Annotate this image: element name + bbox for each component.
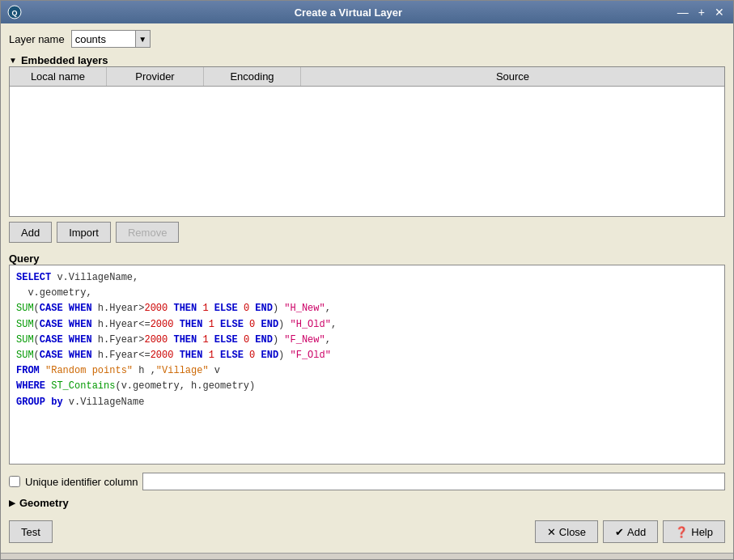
unique-id-checkbox[interactable] xyxy=(9,476,20,487)
checkmark-icon: ✔ xyxy=(615,526,624,538)
footer-right: ✕ Close ✔ Add ❓ Help xyxy=(535,520,725,543)
minimize-button[interactable]: — xyxy=(675,6,691,18)
embedded-layers-triangle: ▼ xyxy=(9,56,17,65)
close-label: Close xyxy=(559,526,586,538)
add-footer-button[interactable]: ✔ Add xyxy=(603,520,658,543)
help-label: Help xyxy=(691,526,713,538)
add-button[interactable]: Add xyxy=(9,222,52,243)
query-editor[interactable]: SELECT v.VillageName, v.geometry, SUM(CA… xyxy=(9,265,725,465)
add-footer-label: Add xyxy=(627,526,646,538)
dialog-content: Layer name ▼ ▼ Embedded layers Local nam… xyxy=(1,23,733,553)
table-body xyxy=(10,87,724,216)
col-local-name: Local name xyxy=(10,67,107,86)
embedded-layers-panel: Local name Provider Encoding Source xyxy=(9,66,725,217)
layer-name-label: Layer name xyxy=(9,33,65,45)
embedded-layers-section: ▼ Embedded layers Local name Provider En… xyxy=(9,53,725,246)
main-window: Q Create a Virtual Layer — + ✕ Layer nam… xyxy=(0,0,734,560)
close-button[interactable]: ✕ xyxy=(712,6,727,18)
query-section: Query SELECT v.VillageName, v.geometry, … xyxy=(9,251,725,465)
sql-line-1: SELECT v.VillageName, xyxy=(16,270,718,286)
close-icon: ✕ xyxy=(547,526,556,538)
layer-name-input-wrap: ▼ xyxy=(71,30,151,48)
geometry-label: Geometry xyxy=(19,497,69,509)
test-button[interactable]: Test xyxy=(9,520,53,543)
help-button[interactable]: ❓ Help xyxy=(663,520,725,543)
maximize-button[interactable]: + xyxy=(696,6,707,18)
query-wrap: SELECT v.VillageName, v.geometry, SUM(CA… xyxy=(9,265,725,465)
app-logo: Q xyxy=(7,5,22,19)
sql-line-6: SUM(CASE WHEN h.Fyear<=2000 THEN 1 ELSE … xyxy=(16,348,718,363)
layer-name-input[interactable] xyxy=(71,30,136,48)
sql-line-9: GROUP by v.VillageName xyxy=(16,395,718,410)
svg-text:Q: Q xyxy=(11,9,17,17)
footer-left: Test xyxy=(9,520,53,543)
sql-line-5: SUM(CASE WHEN h.Fyear>2000 THEN 1 ELSE 0… xyxy=(16,333,718,348)
layer-name-row: Layer name ▼ xyxy=(9,30,725,48)
sql-line-2: v.geometry, xyxy=(16,286,718,301)
sql-line-8: WHERE ST_Contains(v.geometry, h.geometry… xyxy=(16,379,718,394)
unique-id-label: Unique identifier column xyxy=(25,476,138,488)
title-bar: Q Create a Virtual Layer — + ✕ xyxy=(1,1,733,23)
close-button-footer[interactable]: ✕ Close xyxy=(535,520,598,543)
geometry-row: ▶ Geometry xyxy=(9,497,725,509)
geometry-triangle: ▶ xyxy=(9,498,15,507)
status-bar xyxy=(1,553,733,559)
col-encoding: Encoding xyxy=(204,67,301,86)
footer-buttons: Test ✕ Close ✔ Add ❓ Help xyxy=(9,514,725,546)
remove-button[interactable]: Remove xyxy=(116,222,179,243)
layer-name-dropdown[interactable]: ▼ xyxy=(136,30,151,48)
unique-id-row: Unique identifier column xyxy=(9,473,725,490)
unique-id-input[interactable] xyxy=(142,473,725,490)
help-icon: ❓ xyxy=(675,526,688,538)
col-provider: Provider xyxy=(107,67,204,86)
window-controls: — + ✕ xyxy=(675,6,727,18)
query-label: Query xyxy=(9,252,725,265)
embedded-layers-header: ▼ Embedded layers xyxy=(9,54,725,66)
sql-line-4: SUM(CASE WHEN h.Hyear<=2000 THEN 1 ELSE … xyxy=(16,317,718,333)
embedded-buttons: Add Import Remove xyxy=(9,217,725,246)
table-header: Local name Provider Encoding Source xyxy=(10,67,724,87)
sql-line-7: FROM "Random points" h ,"Village" v xyxy=(16,363,718,379)
import-button[interactable]: Import xyxy=(57,222,111,243)
window-title: Create a Virtual Layer xyxy=(22,6,675,19)
sql-line-3: SUM(CASE WHEN h.Hyear>2000 THEN 1 ELSE 0… xyxy=(16,301,718,316)
col-source: Source xyxy=(301,67,724,86)
embedded-layers-label: Embedded layers xyxy=(21,54,108,66)
